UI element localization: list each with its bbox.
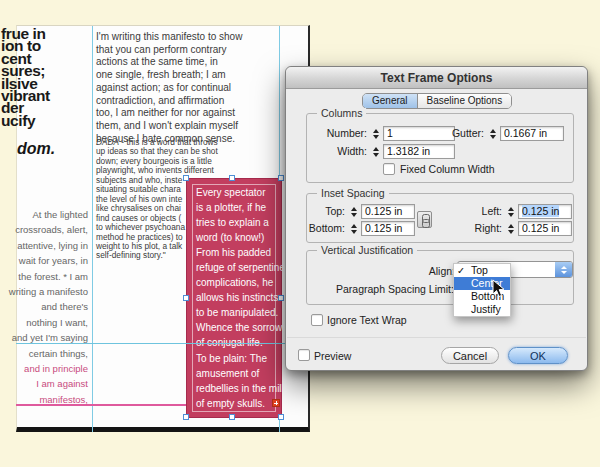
- text-line: writing a manifesto: [0, 284, 88, 299]
- text-line: I'm writing this manifesto to show: [96, 31, 282, 44]
- text-line: Whence the sorrows: [196, 320, 280, 335]
- horizontal-guide[interactable]: [16, 343, 286, 344]
- text-line: is a plotter, if he: [196, 200, 280, 215]
- text-line: against action; as for continual: [96, 82, 282, 95]
- selected-field-text: 0.125 in: [522, 205, 559, 217]
- ignore-text-wrap-label: Ignore Text Wrap: [327, 314, 407, 327]
- text-line: that you can perform contrary: [96, 44, 282, 57]
- left-label: Left:: [447, 204, 502, 219]
- text-line: of empty skulls.: [196, 396, 280, 411]
- text-line: Every spectator: [196, 185, 280, 200]
- text-line: manifestos,: [0, 392, 88, 407]
- frame-handle-bottom-right[interactable]: [278, 414, 284, 420]
- ok-button[interactable]: OK: [508, 347, 568, 364]
- left-field[interactable]: 0.125 in: [518, 204, 572, 219]
- text-line: tries to explain a: [196, 215, 280, 230]
- frame-handle-bottom-left[interactable]: [183, 414, 189, 420]
- left-stepper[interactable]: [506, 205, 515, 218]
- number-stepper[interactable]: [371, 127, 380, 140]
- text-line: the forest. * I am: [0, 269, 88, 284]
- inset-spacing-group: Inset Spacing Top: 0.125 in Bottom: 0.12…: [306, 193, 574, 243]
- menu-item-label: Top: [471, 264, 488, 276]
- preview-label: Preview: [314, 350, 351, 363]
- width-field[interactable]: 1.3182 in: [383, 144, 455, 159]
- frame-handle-top-center[interactable]: [229, 175, 235, 181]
- manifesto-paragraph-1: I'm writing this manifesto to showthat y…: [96, 31, 282, 145]
- text-line: to be manipulated.: [196, 305, 280, 320]
- text-line: attentive, lying in: [0, 238, 88, 253]
- pink-text-frame[interactable]: Every spectatoris a plotter, if hetries …: [186, 178, 282, 418]
- vertical-justification-group: Vertical Justification Align: Paragraph …: [306, 250, 574, 305]
- tab-bar: General Baseline Options: [362, 93, 512, 109]
- text-frame-options-dialog: Text Frame Options General Baseline Opti…: [285, 66, 588, 371]
- pink-frame-text: Every spectatoris a plotter, if hetries …: [196, 185, 280, 411]
- text-line: From his padded: [196, 245, 280, 260]
- text-line: ucify: [1, 115, 50, 127]
- text-line: and there's: [0, 299, 88, 314]
- frame-handle-middle-right[interactable]: [278, 295, 284, 301]
- align-label: Align:: [387, 264, 455, 279]
- number-label: Number:: [307, 126, 367, 141]
- top-label: Top:: [299, 204, 345, 219]
- right-stepper[interactable]: [506, 222, 515, 235]
- checkmark-icon: ✓: [457, 264, 465, 277]
- text-line: actions at the same time, in: [96, 56, 282, 69]
- columns-group: Columns Number: 1 Gutter: 0.1667 in Widt…: [306, 113, 574, 183]
- freedom-word: dom.: [17, 140, 55, 158]
- vertical-justification-group-label: Vertical Justification: [317, 245, 417, 256]
- text-line: too, I am neither for nor against: [96, 107, 282, 120]
- dialog-title: Text Frame Options: [286, 67, 587, 89]
- menu-item-label: Justify: [471, 303, 501, 315]
- popup-stepper-icon: [555, 262, 572, 277]
- left-column-gray-text: At the lightedcrossroads, alert,attentiv…: [0, 207, 88, 361]
- text-line: redbellies in the mills: [196, 381, 280, 396]
- fixed-column-width-label: Fixed Column Width: [400, 163, 495, 176]
- link-insets-chain-icon[interactable]: [417, 211, 432, 228]
- text-line: At the lighted: [0, 207, 88, 222]
- columns-group-label: Columns: [317, 108, 366, 119]
- text-line: wait for years, in: [0, 253, 88, 268]
- text-line: them, and I won't explain myself: [96, 120, 282, 133]
- text-line: crossroads, alert,: [0, 222, 88, 237]
- menu-item-top[interactable]: ✓Top: [454, 264, 510, 277]
- text-line: complications, he: [196, 275, 280, 290]
- right-field[interactable]: 0.125 in: [518, 221, 572, 236]
- mouse-cursor-icon: [492, 279, 505, 302]
- gutter-field[interactable]: 0.1667 in: [500, 126, 564, 141]
- text-line: word (to know!): [196, 230, 280, 245]
- top-field[interactable]: 0.125 in: [361, 204, 415, 219]
- inset-spacing-group-label: Inset Spacing: [317, 188, 389, 199]
- bottom-field[interactable]: 0.125 in: [361, 221, 415, 236]
- frame-handle-bottom-center[interactable]: [229, 414, 235, 420]
- width-label: Width:: [307, 144, 367, 159]
- gutter-stepper[interactable]: [488, 127, 497, 140]
- overset-text-port-icon[interactable]: [272, 399, 280, 407]
- frame-handle-middle-left[interactable]: [183, 295, 189, 301]
- text-line: and in principle: [0, 361, 88, 376]
- text-line: contradiction, and affirmation: [96, 95, 282, 108]
- text-line: allows his instincts: [196, 290, 280, 305]
- text-line: amusement of: [196, 366, 280, 381]
- menu-item-justify[interactable]: Justify: [454, 303, 510, 316]
- preview-checkbox[interactable]: [298, 349, 310, 361]
- frame-handle-top-right[interactable]: [278, 175, 284, 181]
- fixed-column-width-checkbox[interactable]: [383, 163, 395, 175]
- ignore-text-wrap-checkbox[interactable]: [311, 314, 323, 326]
- tab-baseline-options[interactable]: Baseline Options: [418, 94, 512, 108]
- bottom-label: Bottom:: [299, 221, 345, 236]
- width-stepper[interactable]: [371, 145, 380, 158]
- text-line: To be plain: The: [196, 351, 280, 366]
- left-column-pink-text: and in principleI am againstmanifestos,: [0, 361, 88, 407]
- tab-general[interactable]: General: [363, 94, 418, 108]
- text-line: certain things,: [0, 346, 88, 361]
- frame-handle-top-left[interactable]: [183, 175, 189, 181]
- top-stepper[interactable]: [349, 205, 358, 218]
- dialog-divider: [287, 337, 586, 338]
- text-line: refuge of serpentine: [196, 260, 280, 275]
- right-label: Right:: [447, 221, 502, 236]
- bottom-stepper[interactable]: [349, 222, 358, 235]
- text-line: nothing I want,: [0, 315, 88, 330]
- cancel-button[interactable]: Cancel: [441, 347, 499, 364]
- column-guide-left[interactable]: [92, 26, 93, 432]
- text-line: one single, fresh breath; I am: [96, 69, 282, 82]
